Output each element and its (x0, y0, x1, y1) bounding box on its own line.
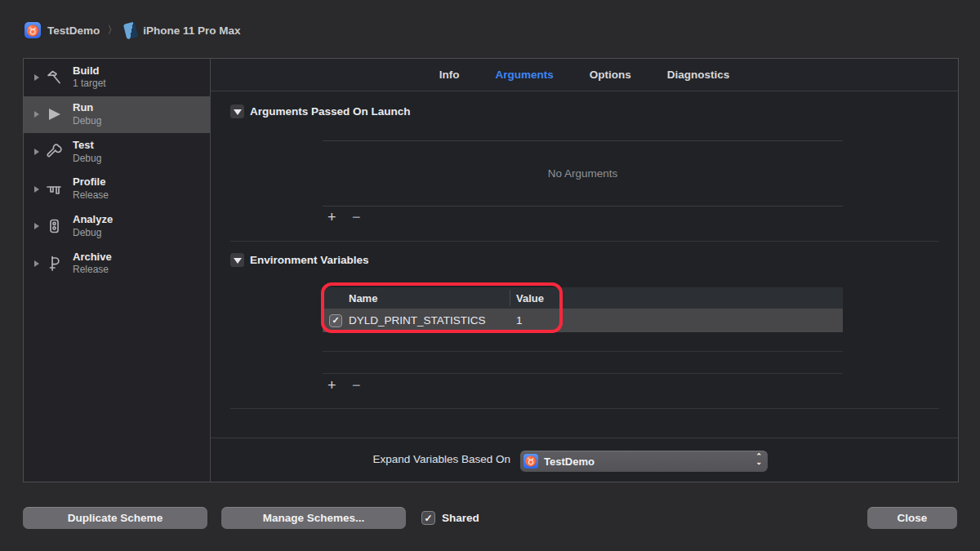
collapse-triangle-icon[interactable] (230, 253, 244, 267)
sidebar-item-sublabel: Release (73, 189, 109, 202)
popup-chevrons-icon: ⌃ ⌄ (755, 454, 762, 465)
sidebar-item-label: Analyze (73, 213, 113, 227)
breadcrumb-destination[interactable]: iPhone 11 Pro Max (143, 24, 240, 37)
remove-argument-button[interactable]: − (352, 209, 376, 226)
hammer-icon (45, 69, 67, 87)
sidebar-item-label: Archive (73, 251, 112, 264)
table-row[interactable]: ✓ DYLD_PRINT_STATISTICS 1 (323, 309, 843, 332)
env-var-name[interactable]: DYLD_PRINT_STATISTICS (349, 314, 486, 327)
scheme-actions-sidebar: Build 1 target Run Debug Test Debug (24, 59, 211, 482)
expand-variables-bar: Expand Variables Based On ♉ TestDemo ⌃ ⌄ (211, 438, 958, 483)
shared-checkbox[interactable]: ✓ (421, 511, 435, 525)
section-divider (230, 408, 939, 409)
breadcrumb-scheme-name[interactable]: TestDemo (47, 24, 100, 37)
tab-arguments[interactable]: Arguments (495, 69, 553, 81)
sidebar-item-label: Profile (73, 176, 109, 189)
scheme-icon-glyph: ♉ (26, 24, 39, 37)
popup-selected-value: TestDemo (544, 455, 595, 468)
disclosure-triangle-icon[interactable] (34, 260, 39, 267)
breadcrumb: ♉ TestDemo 〉 iPhone 11 Pro Max (24, 22, 241, 38)
no-arguments-text: No Arguments (548, 167, 618, 180)
arguments-table[interactable]: No Arguments (323, 140, 843, 207)
close-button[interactable]: Close (867, 507, 957, 529)
scheme-app-icon[interactable]: ♉ (24, 22, 41, 38)
sidebar-item-sublabel: Release (73, 264, 112, 277)
sidebar-item-archive[interactable]: Archive Release (24, 245, 210, 282)
sidebar-item-profile[interactable]: Profile Release (24, 171, 210, 208)
environment-section-title: Environment Variables (250, 254, 369, 266)
scheme-editor-panel: Build 1 target Run Debug Test Debug (23, 58, 959, 482)
manage-schemes-button[interactable]: Manage Schemes... (221, 507, 406, 529)
table-grid-line (323, 351, 843, 352)
tab-diagnostics[interactable]: Diagnostics (667, 69, 730, 81)
expand-variables-label: Expand Variables Based On (341, 453, 510, 465)
scheme-editor-main: Info Arguments Options Diagnostics Argum… (211, 59, 958, 482)
disclosure-triangle-icon[interactable] (34, 111, 39, 118)
clamp-icon (45, 255, 67, 273)
column-header-name: Name (349, 292, 377, 304)
tab-options[interactable]: Options (590, 69, 631, 81)
sidebar-item-sublabel: Debug (73, 153, 101, 166)
sidebar-item-sublabel: 1 target (73, 78, 106, 91)
shared-checkbox-label[interactable]: Shared (442, 512, 479, 524)
disclosure-triangle-icon[interactable] (34, 74, 39, 81)
sidebar-item-sublabel: Debug (73, 115, 101, 128)
duplicate-scheme-button[interactable]: Duplicate Scheme (23, 507, 207, 529)
environment-add-remove: + − (327, 377, 376, 394)
breadcrumb-separator: 〉 (107, 23, 118, 38)
sidebar-item-analyze[interactable]: Analyze Debug (24, 207, 210, 245)
target-icon-glyph: ♉ (525, 455, 537, 467)
target-app-icon: ♉ (523, 454, 538, 469)
arguments-section-title: Arguments Passed On Launch (250, 105, 411, 118)
collapse-triangle-icon[interactable] (230, 104, 244, 118)
disclosure-triangle-icon[interactable] (34, 223, 39, 229)
environment-variables-table: Name Value ✓ DYLD_PRINT_STATISTICS 1 (323, 287, 843, 332)
tab-bar: Info Arguments Options Diagnostics (211, 59, 958, 91)
meter-icon (45, 217, 67, 235)
table-grid-line (323, 373, 843, 374)
caliper-icon (45, 180, 67, 198)
column-header-value: Value (516, 292, 544, 304)
column-divider[interactable] (510, 290, 510, 306)
arguments-add-remove: + − (327, 209, 376, 226)
disclosure-triangle-icon[interactable] (34, 186, 39, 193)
row-enabled-checkbox[interactable]: ✓ (329, 314, 342, 327)
sidebar-item-run[interactable]: Run Debug (24, 96, 210, 134)
table-header-row: Name Value (323, 287, 843, 309)
play-icon (45, 105, 67, 123)
disclosure-triangle-icon[interactable] (34, 149, 39, 155)
tab-info[interactable]: Info (439, 69, 460, 81)
remove-variable-button[interactable]: − (352, 377, 376, 394)
chevron-down-icon: ⌄ (755, 460, 762, 465)
checkmark-icon: ✓ (332, 315, 339, 326)
add-argument-button[interactable]: + (327, 209, 352, 226)
sidebar-item-label: Test (73, 139, 101, 153)
env-var-value[interactable]: 1 (516, 314, 523, 327)
sidebar-item-build[interactable]: Build 1 target (24, 59, 210, 96)
environment-section-header: Environment Variables (230, 253, 369, 267)
device-phone-icon (123, 21, 138, 39)
wrench-icon (45, 143, 67, 161)
sidebar-item-test[interactable]: Test Debug (24, 133, 210, 171)
checkmark-icon: ✓ (424, 513, 432, 524)
section-divider (230, 241, 939, 242)
expand-variables-popup[interactable]: ♉ TestDemo ⌃ ⌄ (520, 451, 768, 472)
arguments-section-header: Arguments Passed On Launch (230, 104, 411, 118)
add-variable-button[interactable]: + (327, 377, 352, 394)
sidebar-item-label: Build (73, 64, 106, 78)
sidebar-item-sublabel: Debug (73, 227, 113, 240)
sidebar-item-label: Run (73, 101, 101, 115)
